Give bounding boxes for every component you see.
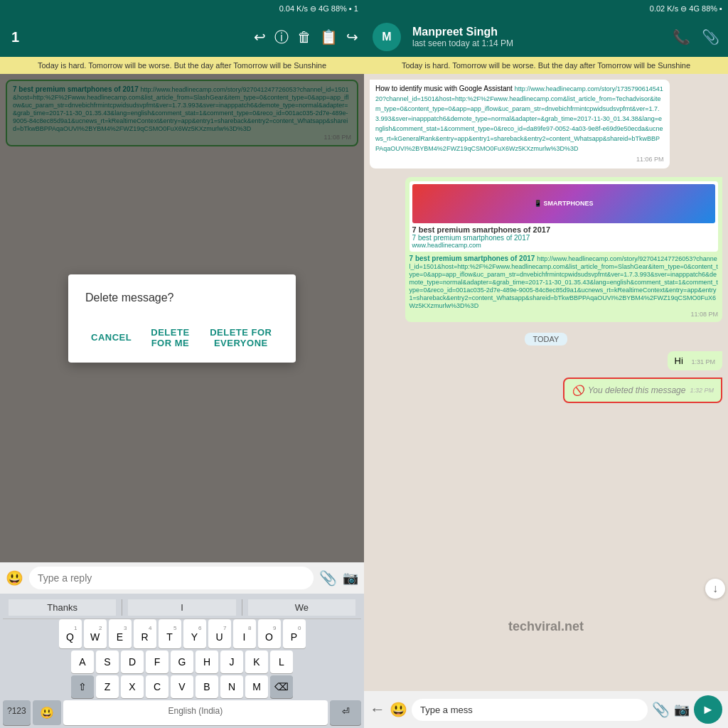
info-icon[interactable]: ⓘ [274, 28, 289, 47]
emoji-icon[interactable]: 😃 [6, 569, 23, 587]
delete-overlay: Delete message? CANCEL DELETE FOR ME DEL… [0, 74, 364, 562]
link-preview-url: 7 best premium smartphones of 2017 [412, 234, 715, 242]
left-notification: Today is hard. Tomorrow will be worse. B… [0, 57, 364, 74]
copy-icon[interactable]: 📋 [320, 28, 338, 46]
selection-count: 1 [11, 29, 19, 46]
keyboard-row-4: ?123 😃 English (India) ⏎ [3, 700, 361, 725]
keyboard: Thanks I We 1Q 2W 3E 4R 5T 6Y 7U 8I 9O 0… [0, 594, 364, 728]
deleted-time: 1:32 PM [690, 387, 714, 394]
key-k[interactable]: K [245, 651, 268, 673]
key-l[interactable]: L [270, 651, 293, 673]
dialog-buttons: CANCEL DELETE FOR ME DELETE FOR EVERYONE [85, 321, 279, 354]
key-x[interactable]: X [121, 675, 144, 698]
deleted-message-bubble: 🚫 You deleted this message 1:32 PM [563, 378, 722, 403]
scroll-down-indicator[interactable]: ↓ [705, 579, 725, 599]
left-status-text: 0.04 K/s ⊖ 4G 88% ▪ 1 [279, 4, 358, 14]
left-chat-container: 7 best premium smartphones of 2017 http:… [0, 74, 364, 562]
attachment-icon[interactable]: 📎 [702, 28, 719, 46]
key-q[interactable]: 1Q [59, 619, 82, 648]
left-input-area: 😃 📎 📷 [0, 562, 364, 594]
right-back-icon[interactable]: ← [370, 700, 385, 719]
reply-icon[interactable]: ↩ [254, 28, 266, 46]
key-v[interactable]: V [171, 675, 193, 698]
msg2-time: 11:08 PM [410, 311, 718, 318]
deleted-message-container: 🚫 You deleted this message 1:32 PM [370, 378, 722, 403]
delete-icon[interactable]: 🗑 [297, 29, 311, 46]
contact-status: last seen today at 1:14 PM [412, 38, 667, 48]
key-space[interactable]: English (India) [63, 700, 328, 725]
hi-time: 1:31 PM [691, 358, 715, 365]
right-attach-icon[interactable]: 📎 [652, 701, 670, 718]
key-u[interactable]: 7U [208, 619, 231, 648]
message-sent-2: 📱 SMARTPHONES 7 best premium smartphones… [370, 177, 722, 322]
right-status-text: 0.02 K/s ⊖ 4G 88% ▪ [650, 4, 722, 14]
message-bubble-sent-2: 📱 SMARTPHONES 7 best premium smartphones… [405, 177, 722, 322]
key-shift[interactable]: ⇧ [71, 675, 94, 698]
suggestion-we[interactable]: We [248, 599, 355, 616]
key-emoji[interactable]: 😃 [33, 700, 61, 725]
msg1-time: 11:06 PM [375, 155, 664, 164]
left-panel: 0.04 K/s ⊖ 4G 88% ▪ 1 1 ↩ ⓘ 🗑 📋 ↪ Today … [0, 0, 364, 728]
cancel-button[interactable]: CANCEL [85, 321, 137, 354]
right-toolbar: M Manpreet Singh last seen today at 1:14… [364, 17, 728, 57]
key-a[interactable]: A [71, 651, 94, 673]
key-enter[interactable]: ⏎ [330, 700, 361, 725]
key-f[interactable]: F [146, 651, 168, 673]
key-123[interactable]: ?123 [3, 700, 31, 725]
link-preview-card: 📱 SMARTPHONES 7 best premium smartphones… [410, 181, 718, 252]
key-o[interactable]: 9O [258, 619, 281, 648]
right-messages: How to identify music with Google Assist… [370, 80, 722, 407]
keyboard-row-1: 1Q 2W 3E 4R 5T 6Y 7U 8I 9O 0P [3, 619, 361, 648]
key-p[interactable]: 0P [283, 619, 306, 648]
delete-for-everyone-button[interactable]: DELETE FOR EVERYONE [203, 321, 279, 354]
key-i[interactable]: 8I [233, 619, 256, 648]
watermark: techviral.net [508, 619, 584, 634]
key-g[interactable]: G [171, 651, 193, 673]
key-y[interactable]: 6Y [183, 619, 206, 648]
left-message-input[interactable] [29, 567, 314, 589]
msg1-text: How to identify music with Google Assist… [375, 85, 515, 92]
left-status-bar: 0.04 K/s ⊖ 4G 88% ▪ 1 [0, 0, 364, 17]
key-h[interactable]: H [196, 651, 218, 673]
key-backspace[interactable]: ⌫ [270, 675, 293, 698]
suggestion-thanks[interactable]: Thanks [9, 599, 116, 616]
key-s[interactable]: S [96, 651, 119, 673]
key-w[interactable]: 2W [84, 619, 107, 648]
key-m[interactable]: M [245, 675, 268, 698]
today-divider: TODAY [370, 332, 722, 346]
key-e[interactable]: 3E [109, 619, 132, 648]
msg1-link[interactable]: http://www.headlinecamp.com/story/173579… [375, 85, 663, 152]
send-button[interactable]: ► [694, 695, 722, 724]
link-preview-title: 7 best premium smartphones of 2017 [412, 225, 715, 234]
deleted-message-text: You deleted this message [588, 385, 685, 395]
right-camera-icon[interactable]: 📷 [674, 702, 690, 717]
key-n[interactable]: N [220, 675, 243, 698]
hi-message-container: Hi 1:31 PM [370, 351, 722, 373]
key-d[interactable]: D [121, 651, 144, 673]
right-message-input[interactable] [412, 699, 648, 721]
deleted-icon: 🚫 [572, 385, 584, 396]
left-attach-icon[interactable]: 📎 [319, 569, 337, 587]
left-camera-icon[interactable]: 📷 [343, 570, 358, 586]
message-bubble-received-1: How to identify music with Google Assist… [370, 80, 670, 168]
right-notification: Today is hard. Tomorrow will be worse. B… [364, 57, 728, 74]
contact-avatar[interactable]: M [373, 23, 401, 51]
msg2-link: http://www.headlinecamp.com/story/927041… [410, 255, 718, 309]
suggestion-i[interactable]: I [128, 599, 235, 616]
right-chat-area[interactable]: How to identify music with Google Assist… [364, 74, 728, 691]
key-t[interactable]: 5T [159, 619, 181, 648]
message-received-1: How to identify music with Google Assist… [370, 80, 722, 173]
right-emoji-icon[interactable]: 😃 [390, 701, 407, 718]
forward-icon[interactable]: ↪ [346, 28, 358, 46]
link-preview-image: 📱 SMARTPHONES [412, 184, 715, 223]
key-c[interactable]: C [146, 675, 168, 698]
left-toolbar: 1 ↩ ⓘ 🗑 📋 ↪ [0, 17, 364, 57]
contact-info: Manpreet Singh last seen today at 1:14 P… [412, 26, 667, 48]
hi-bubble: Hi 1:31 PM [668, 351, 722, 370]
delete-for-me-button[interactable]: DELETE FOR ME [143, 321, 197, 354]
key-b[interactable]: B [196, 675, 218, 698]
phone-icon[interactable]: 📞 [673, 28, 690, 46]
key-r[interactable]: 4R [134, 619, 156, 648]
key-z[interactable]: Z [96, 675, 119, 698]
key-j[interactable]: J [220, 651, 243, 673]
